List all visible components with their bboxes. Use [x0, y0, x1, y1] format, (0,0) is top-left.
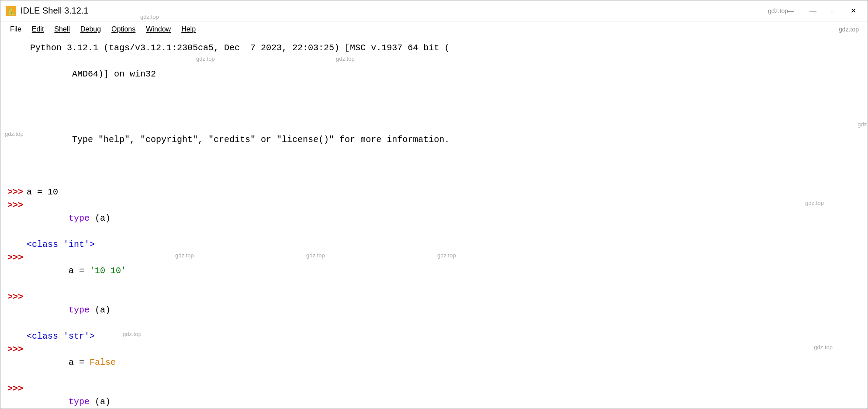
- shell-line-6: <class 'str'> gdz.top: [0, 330, 868, 343]
- code-2: type (a): [27, 199, 863, 238]
- menu-edit[interactable]: Edit: [27, 24, 49, 35]
- maximize-button[interactable]: □: [823, 3, 843, 19]
- watermark-menu-top: gdz.top: [140, 14, 159, 20]
- svg-text:🐍: 🐍: [7, 7, 16, 16]
- shell-line-8: >>> type (a): [0, 382, 868, 409]
- shell-content[interactable]: Python 3.12.1 (tags/v3.12.1:2305ca5, Dec…: [0, 37, 868, 409]
- menu-debug[interactable]: Debug: [75, 24, 106, 35]
- menu-help[interactable]: Help: [176, 24, 201, 35]
- shell-line-1: >>> a = 10: [0, 186, 868, 199]
- shell-line-3: <class 'int'>: [0, 238, 868, 251]
- code-7: a = False: [27, 343, 863, 382]
- menu-options[interactable]: Options: [106, 24, 141, 35]
- intro-block: Python 3.12.1 (tags/v3.12.1:2305ca5, Dec…: [0, 42, 868, 186]
- code-8: type (a): [27, 382, 863, 409]
- app-icon: 🐍: [5, 5, 17, 17]
- title-watermark: gdz.top—: [768, 7, 794, 14]
- watermark-intro3b: gdz.top: [858, 120, 868, 129]
- prompt-8: >>>: [0, 382, 27, 395]
- watermark-a2b: gdz.top: [306, 251, 325, 260]
- watermark-intro3a: gdz.top: [5, 130, 24, 139]
- shell-line-2: >>> type (a) gdz.top: [0, 199, 868, 238]
- intro-line2: AMD64)] on win32 gdz.top gdz.top: [30, 55, 868, 120]
- watermark-a2c: gdz.top: [437, 251, 456, 260]
- watermark-intro2a: gdz.top: [196, 55, 215, 63]
- watermark-type1: gdz.top: [805, 199, 824, 208]
- window-title: IDLE Shell 3.12.1: [21, 6, 768, 16]
- watermark-false-right: gdz.top: [814, 343, 833, 352]
- idle-window: 🐍 IDLE Shell 3.12.1 gdz.top— — □ ✕ gdz.t…: [0, 0, 868, 409]
- shell-line-7: >>> a = False gdz.top gdz.top: [0, 343, 868, 382]
- prompt-1: >>>: [0, 186, 27, 199]
- menu-watermark: gdz.top: [839, 26, 859, 33]
- code-1: a = 10: [27, 186, 863, 199]
- watermark-a2a: gdz.top: [175, 251, 194, 260]
- menu-shell[interactable]: Shell: [49, 24, 75, 35]
- watermark-str: gdz.top: [123, 330, 142, 339]
- menu-file[interactable]: File: [5, 24, 27, 35]
- prompt-5: >>>: [0, 291, 27, 304]
- intro-line3: Type "help", "copyright", "credits" or "…: [30, 120, 868, 186]
- prompt-7: >>>: [0, 343, 27, 356]
- output-int: <class 'int'>: [27, 238, 863, 251]
- menu-window[interactable]: Window: [141, 24, 176, 35]
- close-button[interactable]: ✕: [843, 3, 863, 19]
- title-bar: 🐍 IDLE Shell 3.12.1 gdz.top— — □ ✕: [0, 0, 868, 21]
- watermark-intro2b: gdz.top: [336, 55, 355, 63]
- menu-bar: gdz.top File Edit Shell Debug Options Wi…: [0, 21, 868, 37]
- shell-line-4: >>> a = '10 10' gdz.top gdz.top gdz.top: [0, 251, 868, 291]
- minimize-button[interactable]: —: [803, 3, 823, 19]
- output-str: <class 'str'>: [27, 330, 863, 343]
- code-5: type (a): [27, 291, 863, 330]
- prompt-2: >>>: [0, 199, 27, 212]
- prompt-4: >>>: [0, 251, 27, 264]
- shell-line-5: >>> type (a): [0, 291, 868, 330]
- intro-line1: Python 3.12.1 (tags/v3.12.1:2305ca5, Dec…: [30, 42, 868, 55]
